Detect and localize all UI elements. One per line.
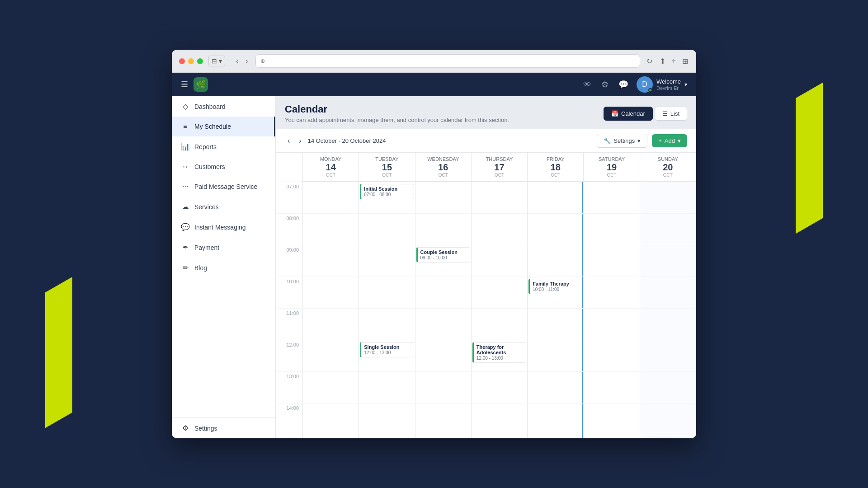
cell-sun-10[interactable]: [640, 277, 696, 309]
cell-fri-12[interactable]: [528, 340, 584, 372]
cell-wed-14[interactable]: [415, 404, 472, 435]
cell-mon-13[interactable]: [303, 372, 359, 404]
cell-sat-11[interactable]: [584, 309, 640, 340]
cell-fri-09[interactable]: [528, 245, 584, 277]
cell-sun-15[interactable]: [640, 435, 696, 438]
cell-sat-15[interactable]: [584, 435, 640, 438]
cell-fri-14[interactable]: [528, 404, 584, 435]
cell-thu-13[interactable]: [472, 372, 528, 404]
cell-tue-12[interactable]: Single Session 12:00 - 13:00: [359, 340, 415, 372]
reload-button[interactable]: ↻: [646, 56, 653, 66]
sidebar-item-dashboard[interactable]: ◇ Dashboard: [172, 96, 275, 117]
cell-sat-13[interactable]: [584, 372, 640, 404]
cell-mon-15[interactable]: [303, 435, 359, 438]
cell-thu-11[interactable]: [472, 309, 528, 340]
maximize-window-button[interactable]: [197, 58, 203, 64]
cell-mon-12[interactable]: [303, 340, 359, 372]
prev-week-button[interactable]: ‹: [285, 135, 292, 147]
cell-fri-10[interactable]: Family Therapy 10:00 - 11:00: [528, 277, 584, 309]
cell-wed-11[interactable]: [415, 309, 472, 340]
event-single-session[interactable]: Single Session 12:00 - 13:00: [360, 342, 414, 357]
cell-tue-08[interactable]: [359, 214, 415, 245]
event-family-therapy[interactable]: Family Therapy 10:00 - 11:00: [528, 279, 582, 294]
cell-wed-15[interactable]: [415, 435, 472, 438]
event-initial-session[interactable]: Initial Session 07:00 - 08:00: [360, 184, 414, 199]
grid-button[interactable]: ⊞: [681, 56, 689, 66]
cell-fri-07[interactable]: [528, 182, 584, 214]
cell-wed-10[interactable]: [415, 277, 472, 309]
cell-mon-11[interactable]: [303, 309, 359, 340]
sidebar-item-services[interactable]: ☁ Services: [172, 197, 275, 217]
cell-tue-09[interactable]: [359, 245, 415, 277]
calendar-grid-container[interactable]: Monday 14 OCT Tuesday 15 OCT Wednesday 1…: [276, 153, 696, 438]
list-view-button[interactable]: ☰ List: [655, 107, 687, 121]
cell-tue-14[interactable]: [359, 404, 415, 435]
cell-fri-13[interactable]: [528, 372, 584, 404]
cell-thu-07[interactable]: [472, 182, 528, 214]
cell-tue-15[interactable]: [359, 435, 415, 438]
cell-tue-10[interactable]: [359, 277, 415, 309]
settings-icon-button[interactable]: ⚙: [599, 78, 610, 91]
cell-tue-13[interactable]: [359, 372, 415, 404]
hamburger-menu-button[interactable]: ☰: [181, 80, 188, 89]
cell-tue-11[interactable]: [359, 309, 415, 340]
cell-sat-08[interactable]: [584, 214, 640, 245]
cell-sun-13[interactable]: [640, 372, 696, 404]
cell-thu-15[interactable]: [472, 435, 528, 438]
next-week-button[interactable]: ›: [296, 135, 304, 147]
cell-fri-11[interactable]: [528, 309, 584, 340]
cell-sun-08[interactable]: [640, 214, 696, 245]
cell-wed-07[interactable]: [415, 182, 472, 214]
address-bar[interactable]: ⊕: [255, 54, 640, 68]
sidebar-toggle-button[interactable]: ⊟ ▾: [208, 56, 225, 66]
add-appointment-button[interactable]: + Add ▾: [652, 134, 687, 147]
back-button[interactable]: ‹: [234, 56, 240, 66]
cell-mon-10[interactable]: [303, 277, 359, 309]
sidebar-item-payment[interactable]: ✒ Payment: [172, 237, 275, 258]
cell-sun-12[interactable]: [640, 340, 696, 372]
cell-sun-07[interactable]: [640, 182, 696, 214]
cell-sat-07[interactable]: [584, 182, 640, 214]
cell-thu-10[interactable]: [472, 277, 528, 309]
user-menu[interactable]: D Welcome Devrim Er ▾: [637, 76, 687, 93]
event-couple-session[interactable]: Couple Session 09:00 - 10:00: [416, 247, 470, 263]
cell-sun-14[interactable]: [640, 404, 696, 435]
cell-thu-09[interactable]: [472, 245, 528, 277]
eye-icon-button[interactable]: 👁: [581, 78, 593, 91]
cell-wed-13[interactable]: [415, 372, 472, 404]
cell-sun-09[interactable]: [640, 245, 696, 277]
new-tab-button[interactable]: +: [671, 56, 677, 66]
sidebar-item-reports[interactable]: 📊 Reports: [172, 136, 275, 157]
sidebar-item-customers[interactable]: ↔ Customers: [172, 157, 275, 177]
cell-sun-11[interactable]: [640, 309, 696, 340]
cell-wed-08[interactable]: [415, 214, 472, 245]
cell-thu-12[interactable]: Therapy for Adolescents 12:00 - 13:00: [472, 340, 528, 372]
cell-sat-12[interactable]: [584, 340, 640, 372]
calendar-settings-button[interactable]: 🔧 Settings ▾: [597, 134, 647, 148]
sidebar-item-instant-messaging[interactable]: 💬 Instant Messaging: [172, 217, 275, 237]
cell-sat-09[interactable]: [584, 245, 640, 277]
chat-icon-button[interactable]: 💬: [617, 78, 630, 91]
sidebar-item-blog[interactable]: ✏ Blog: [172, 258, 275, 278]
share-button[interactable]: ⬆: [659, 56, 666, 66]
cell-mon-09[interactable]: [303, 245, 359, 277]
sidebar-item-my-schedule[interactable]: ≡ My Schedule: [172, 117, 275, 136]
cell-mon-08[interactable]: [303, 214, 359, 245]
close-window-button[interactable]: [179, 58, 185, 64]
minimize-window-button[interactable]: [188, 58, 194, 64]
event-therapy-adolescents[interactable]: Therapy for Adolescents 12:00 - 13:00: [472, 342, 526, 363]
cell-fri-08[interactable]: [528, 214, 584, 245]
cell-sat-14[interactable]: [584, 404, 640, 435]
forward-button[interactable]: ›: [244, 56, 250, 66]
cell-tue-07[interactable]: Initial Session 07:00 - 08:00: [359, 182, 415, 214]
sidebar-item-settings[interactable]: ⚙ Settings: [172, 418, 275, 438]
cell-mon-14[interactable]: [303, 404, 359, 435]
cell-sat-10[interactable]: [584, 277, 640, 309]
cell-wed-12[interactable]: [415, 340, 472, 372]
sidebar-item-paid-message[interactable]: ··· Paid Message Service: [172, 177, 275, 197]
calendar-view-button[interactable]: 📅 Calendar: [604, 107, 653, 121]
cell-thu-14[interactable]: [472, 404, 528, 435]
cell-fri-15[interactable]: [528, 435, 584, 438]
cell-wed-09[interactable]: Couple Session 09:00 - 10:00: [415, 245, 472, 277]
cell-mon-07[interactable]: [303, 182, 359, 214]
